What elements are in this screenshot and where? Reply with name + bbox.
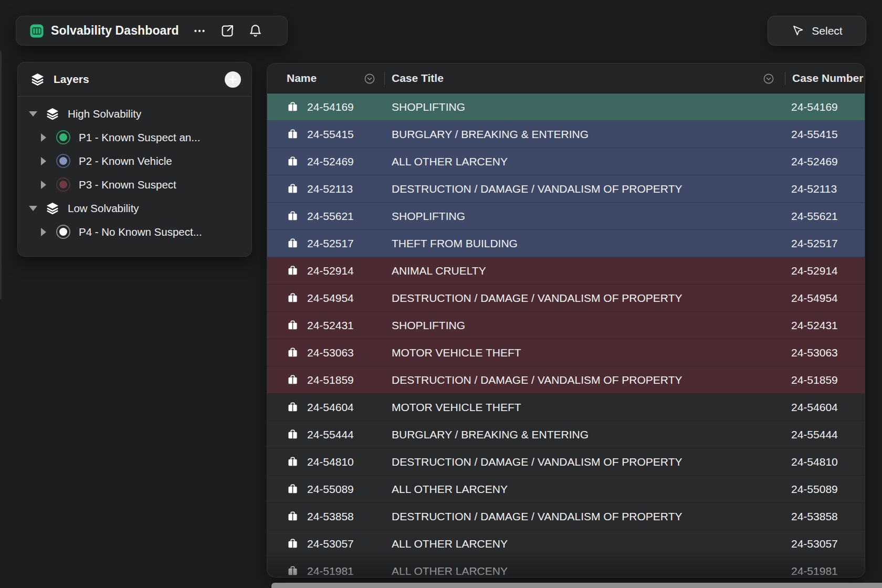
table-row[interactable]: 24-51981ALL OTHER LARCENY24-51981 [267, 558, 865, 578]
table-row[interactable]: 24-52517THEFT FROM BUILDING24-52517 [267, 230, 865, 257]
row-case-number: 24-55415 [791, 128, 865, 141]
row-case-title: MOTOR VEHICLE THEFT [392, 346, 791, 359]
row-case-title: THEFT FROM BUILDING [392, 237, 791, 250]
layer-item-row[interactable]: P1 - Known Suspect an... [18, 125, 251, 149]
layer-item-row[interactable]: P3 - Known Suspect [18, 173, 251, 196]
row-case-number: 24-52517 [791, 237, 865, 250]
window-edge-divider [0, 51, 2, 299]
briefcase-icon [287, 565, 299, 577]
caret-right-icon[interactable] [41, 228, 46, 236]
briefcase-icon [287, 210, 299, 222]
row-case-number: 24-52469 [791, 155, 865, 168]
briefcase-icon [287, 374, 299, 386]
table-row[interactable]: 24-52914ANIMAL CRUELTY24-52914 [267, 257, 865, 285]
briefcase-icon [287, 265, 299, 277]
row-case-number: 24-54169 [791, 101, 865, 113]
table-row[interactable]: 24-55415BURGLARY / BREAKING & ENTERING24… [267, 121, 865, 148]
row-case-title: BURGLARY / BREAKING & ENTERING [392, 428, 791, 441]
table-row[interactable]: 24-55089ALL OTHER LARCENY24-55089 [267, 476, 865, 503]
row-name: 24-52517 [307, 237, 354, 250]
row-case-number: 24-54810 [791, 456, 865, 468]
row-name: 24-54604 [307, 401, 354, 414]
table-row[interactable]: 24-52113DESTRUCTION / DAMAGE / VANDALISM… [267, 175, 865, 203]
table-row[interactable]: 24-54169SHOPLIFTING24-54169 [267, 93, 865, 121]
table-row[interactable]: 24-55444BURGLARY / BREAKING & ENTERING24… [267, 421, 865, 448]
plus-icon [228, 75, 237, 84]
row-case-title: ALL OTHER LARCENY [392, 565, 791, 578]
page-title: Solvability Dashboard [51, 24, 179, 38]
caret-right-icon[interactable] [41, 181, 46, 189]
share-button[interactable] [217, 20, 238, 41]
table-row[interactable]: 24-54604MOTOR VEHICLE THEFT24-54604 [267, 394, 865, 421]
table-row[interactable]: 24-53063MOTOR VEHICLE THEFT24-53063 [267, 339, 865, 366]
case-title-filter-button[interactable] [762, 72, 775, 85]
column-header-name: Name [287, 72, 317, 85]
layer-group-row[interactable]: Low Solvability [18, 196, 251, 220]
row-case-title: ALL OTHER LARCENY [392, 483, 791, 496]
chevron-down-circle-icon [762, 72, 775, 85]
row-case-number: 24-53858 [791, 510, 865, 523]
caret-down-icon[interactable] [29, 206, 37, 211]
notifications-button[interactable] [245, 20, 266, 41]
add-layer-button[interactable] [225, 71, 241, 88]
layer-item-label: P1 - Known Suspect an... [79, 131, 200, 144]
row-case-number: 24-51859 [791, 374, 865, 386]
table-row[interactable]: 24-52469ALL OTHER LARCENY24-52469 [267, 148, 865, 175]
table-row[interactable]: 24-55621SHOPLIFTING24-55621 [267, 203, 865, 230]
layer-group-label: Low Solvability [68, 202, 139, 215]
row-case-number: 24-55089 [791, 483, 865, 496]
title-bar: Solvability Dashboard [16, 16, 288, 46]
table-row[interactable]: 24-53858DESTRUCTION / DAMAGE / VANDALISM… [267, 503, 865, 530]
table-header: Name Case Title Case Number [267, 64, 865, 93]
case-table-panel: Name Case Title Case Number 24-54169SHOP… [267, 63, 865, 578]
layers-panel-header: Layers [18, 62, 251, 96]
column-header-case-title: Case Title [392, 72, 444, 85]
table-row[interactable]: 24-51859DESTRUCTION / DAMAGE / VANDALISM… [267, 366, 865, 394]
table-row[interactable]: 24-53057ALL OTHER LARCENY24-53057 [267, 530, 865, 558]
briefcase-icon [287, 428, 299, 440]
cursor-icon [791, 25, 804, 37]
briefcase-icon [287, 237, 299, 249]
name-filter-button[interactable] [363, 72, 376, 85]
table-row[interactable]: 24-54810DESTRUCTION / DAMAGE / VANDALISM… [267, 448, 865, 476]
briefcase-icon [287, 510, 299, 522]
row-name: 24-54810 [307, 456, 354, 468]
briefcase-icon [287, 155, 299, 167]
layer-item-label: P2 - Known Vehicle [79, 155, 172, 167]
more-options-button[interactable] [190, 21, 209, 41]
caret-right-icon[interactable] [41, 133, 46, 142]
row-case-title: ALL OTHER LARCENY [392, 538, 791, 550]
table-row[interactable]: 24-54954DESTRUCTION / DAMAGE / VANDALISM… [267, 285, 865, 312]
column-divider [785, 72, 785, 85]
select-tool-button[interactable]: Select [768, 16, 866, 46]
layer-style-icon [56, 130, 70, 144]
row-case-title: ALL OTHER LARCENY [392, 155, 791, 168]
row-name: 24-53858 [307, 510, 354, 523]
row-case-title: DESTRUCTION / DAMAGE / VANDALISM OF PROP… [392, 183, 791, 195]
briefcase-icon [287, 538, 299, 550]
layer-style-icon [56, 177, 70, 192]
row-name: 24-55621 [307, 210, 354, 223]
layer-item-label: P4 - No Known Suspect... [79, 226, 202, 238]
ellipsis-icon [193, 24, 206, 38]
table-body: 24-54169SHOPLIFTING24-5416924-55415BURGL… [267, 93, 865, 578]
row-case-title: BURGLARY / BREAKING & ENTERING [392, 128, 791, 141]
layer-group-label: High Solvability [68, 108, 141, 120]
layers-panel: Layers High SolvabilityP1 - Known Suspec… [17, 62, 252, 257]
row-case-number: 24-53063 [791, 346, 865, 359]
layer-item-row[interactable]: P2 - Known Vehicle [18, 149, 251, 173]
row-case-title: ANIMAL CRUELTY [392, 265, 791, 277]
table-row[interactable]: 24-52431SHOPLIFTING24-52431 [267, 312, 865, 339]
layer-group-row[interactable]: High Solvability [18, 102, 251, 125]
row-case-title: SHOPLIFTING [392, 101, 791, 113]
layer-item-row[interactable]: P4 - No Known Suspect... [18, 220, 251, 244]
layer-tree: High SolvabilityP1 - Known Suspect an...… [18, 97, 251, 251]
row-case-number: 24-55621 [791, 210, 865, 223]
layers-icon [46, 107, 59, 121]
layer-style-icon [56, 225, 70, 239]
row-case-title: DESTRUCTION / DAMAGE / VANDALISM OF PROP… [392, 374, 791, 386]
column-header-case-number: Case Number [792, 72, 865, 85]
briefcase-icon [287, 483, 299, 495]
caret-right-icon[interactable] [41, 157, 46, 165]
caret-down-icon[interactable] [29, 111, 37, 117]
